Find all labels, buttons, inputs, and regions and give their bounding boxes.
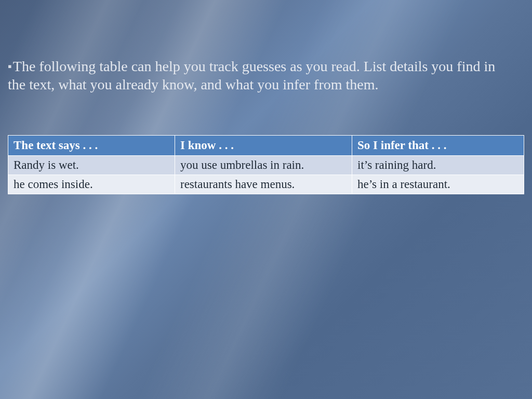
cell-i-know: restaurants have menus.: [175, 175, 352, 194]
table-row: he comes inside. restaurants have menus.…: [8, 175, 524, 194]
header-i-know: I know . . .: [175, 136, 352, 156]
table-header-row: The text says . . . I know . . . So I in…: [8, 136, 524, 156]
header-text-says: The text says . . .: [8, 136, 175, 156]
table-row: Randy is wet. you use umbrellas in rain.…: [8, 156, 524, 175]
cell-infer: it’s raining hard.: [352, 156, 524, 175]
cell-text-says: Randy is wet.: [8, 156, 175, 175]
cell-text-says: he comes inside.: [8, 175, 175, 194]
header-infer: So I infer that . . .: [352, 136, 524, 156]
cell-infer: he’s in a restaurant.: [352, 175, 524, 194]
bullet-icon: ▪: [8, 60, 12, 73]
intro-paragraph: ▪The following table can help you track …: [8, 57, 516, 94]
cell-i-know: you use umbrellas in rain.: [175, 156, 352, 175]
slide: ▪The following table can help you track …: [0, 0, 532, 399]
inference-table: The text says . . . I know . . . So I in…: [8, 135, 524, 194]
intro-text: The following table can help you track g…: [8, 58, 495, 92]
